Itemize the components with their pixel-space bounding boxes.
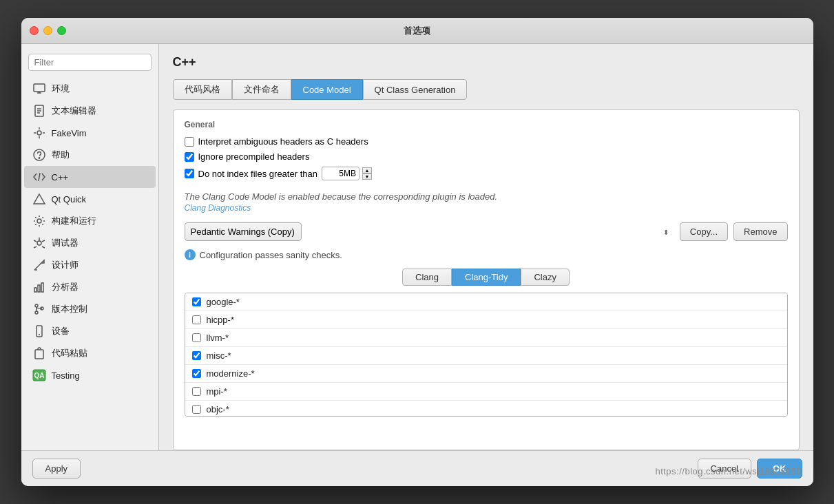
svg-line-19: [42, 240, 45, 242]
checklist-checkbox-misc[interactable]: [192, 351, 201, 360]
code-icon: [32, 170, 46, 184]
sidebar-item-fakevim[interactable]: FakeVim: [24, 122, 156, 144]
git-branch-icon: [32, 302, 46, 316]
main-panel: C++ 代码风格 文件命名 Code Model Qt Class Genera…: [159, 44, 813, 450]
sidebar-item-cpp[interactable]: C++: [24, 166, 156, 188]
sidebar-label-build-run: 构建和运行: [52, 215, 96, 227]
warning-preset-row: Pedantic Warnings (Copy) Default Pedanti…: [185, 222, 788, 241]
sidebar-item-device[interactable]: 设备: [24, 320, 156, 342]
checklist-label-modernize: modernize-*: [207, 368, 255, 379]
checklist-label-misc: misc-*: [207, 350, 231, 361]
warning-preset-dropdown[interactable]: Pedantic Warnings (Copy) Default Pedanti…: [185, 222, 302, 241]
tab-code-model[interactable]: Code Model: [291, 79, 363, 100]
general-label: General: [185, 120, 788, 129]
apply-button[interactable]: Apply: [32, 459, 81, 479]
sidebar-item-code-snippets[interactable]: 代码粘贴: [24, 342, 156, 364]
sanity-text: Configuration passes sanity checks.: [200, 250, 342, 260]
filter-input[interactable]: [28, 54, 152, 71]
clang-note: The Clang Code Model is enabled because …: [185, 191, 788, 213]
checklist-checkbox-google[interactable]: [192, 297, 201, 306]
designer-icon: [32, 258, 46, 272]
sidebar-item-vcs[interactable]: 版本控制: [24, 298, 156, 320]
copy-button[interactable]: Copy...: [680, 222, 728, 241]
maximize-button[interactable]: [57, 26, 66, 35]
sidebar-item-env[interactable]: 环境: [24, 78, 156, 100]
sidebar-item-debugger[interactable]: 调试器: [24, 232, 156, 254]
checklist-checkbox-modernize[interactable]: [192, 369, 201, 378]
bar-chart-icon: [32, 280, 46, 294]
svg-point-29: [35, 304, 38, 307]
smartphone-icon: [32, 324, 46, 338]
help-icon: [32, 148, 46, 162]
checkbox-no-index-input[interactable]: [185, 169, 194, 178]
list-item: misc-*: [185, 347, 787, 365]
tab-qt-class-gen[interactable]: Qt Class Generation: [363, 79, 468, 100]
checklist-checkbox-llvm[interactable]: [192, 333, 201, 342]
dropdown-wrapper: Pedantic Warnings (Copy) Default Pedanti…: [185, 222, 674, 241]
sub-tab-clang[interactable]: Clang: [402, 269, 452, 286]
svg-rect-26: [34, 288, 37, 292]
checklist-label-hicpp: hicpp-*: [207, 315, 234, 325]
checklist-box: google-* hicpp-* llvm-* misc-*: [185, 293, 788, 417]
remove-button[interactable]: Remove: [733, 222, 787, 241]
sidebar-label-text-editor: 文本编辑器: [52, 105, 96, 117]
spin-up-button[interactable]: ▲: [362, 167, 372, 174]
checkbox-ignore-precompiled-input[interactable]: [185, 152, 194, 162]
sidebar-item-designer[interactable]: 设计师: [24, 254, 156, 276]
svg-point-16: [37, 219, 41, 223]
sidebar-label-analyzer: 分析器: [52, 281, 79, 293]
sidebar-label-device: 设备: [52, 325, 70, 337]
svg-point-17: [37, 241, 41, 245]
minimize-button[interactable]: [43, 26, 52, 35]
close-button[interactable]: [30, 26, 39, 35]
svg-line-18: [34, 240, 37, 242]
sidebar-item-build-run[interactable]: 构建和运行: [24, 210, 156, 232]
checkbox-ignore-precompiled-label: Ignore precompiled headers: [198, 151, 310, 162]
list-item: mpi-*: [185, 383, 787, 401]
list-item: objc-*: [185, 401, 787, 417]
preferences-window: 首选项 环境 文本编辑器 Fake: [21, 18, 813, 486]
svg-point-7: [37, 131, 41, 135]
svg-rect-0: [34, 84, 45, 92]
sidebar-item-analyzer[interactable]: 分析器: [24, 276, 156, 298]
svg-line-14: [39, 173, 40, 181]
sidebar-item-testing[interactable]: QA Testing: [24, 364, 156, 386]
content-area: 环境 文本编辑器 FakeVim 帮助: [21, 44, 813, 450]
triangle-icon: [32, 192, 46, 206]
checkbox-ambiguous-headers: Interpret ambiguous headers as C headers: [185, 136, 788, 147]
sub-tab-clang-tidy[interactable]: Clang-Tidy: [452, 269, 521, 286]
checklist-checkbox-hicpp[interactable]: [192, 315, 201, 324]
size-field[interactable]: [322, 167, 359, 180]
spin-buttons: ▲ ▼: [362, 167, 372, 180]
svg-marker-15: [34, 194, 45, 204]
sub-tabs: Clang Clang-Tidy Clazy: [185, 269, 788, 286]
window-title: 首选项: [404, 25, 430, 37]
sidebar-label-fakevim: FakeVim: [52, 128, 87, 138]
svg-text:QA: QA: [34, 372, 44, 379]
sidebar-item-qt-quick[interactable]: Qt Quick: [24, 188, 156, 210]
sidebar-label-cpp: C++: [52, 172, 69, 182]
checkbox-ambiguous-input[interactable]: [185, 137, 194, 147]
sub-tab-clazy[interactable]: Clazy: [521, 269, 570, 286]
checklist-checkbox-objc[interactable]: [192, 405, 201, 414]
svg-point-30: [35, 311, 38, 314]
window-controls: [30, 26, 66, 35]
list-item: modernize-*: [185, 365, 787, 383]
info-icon: i: [185, 249, 196, 260]
tab-code-style[interactable]: 代码风格: [173, 79, 232, 100]
debugger-icon: [32, 236, 46, 250]
checkbox-ambiguous-label: Interpret ambiguous headers as C headers: [198, 136, 368, 147]
sidebar-item-help[interactable]: 帮助: [24, 144, 156, 166]
svg-line-21: [42, 246, 45, 248]
watermark: https://blog.csdn.net/wsj18808050: [655, 466, 802, 476]
spin-down-button[interactable]: ▼: [362, 174, 372, 180]
size-input-group: ▲ ▼: [322, 167, 372, 180]
qa-icon: QA: [32, 368, 46, 382]
file-text-icon: [32, 104, 46, 118]
checklist-checkbox-mpi[interactable]: [192, 387, 201, 396]
sidebar-item-text-editor[interactable]: 文本编辑器: [24, 100, 156, 122]
svg-marker-24: [41, 260, 44, 263]
clang-diagnostics-link[interactable]: Clang Diagnostics: [185, 203, 788, 213]
tool-icon: [32, 126, 46, 140]
tab-file-naming[interactable]: 文件命名: [232, 79, 291, 100]
